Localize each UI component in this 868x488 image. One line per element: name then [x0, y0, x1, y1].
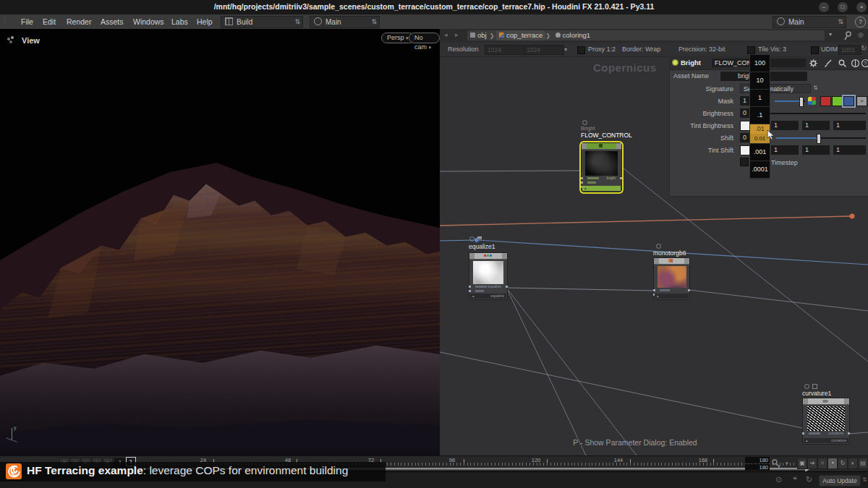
right-shelf-spinner-icon[interactable]: ⇅ — [838, 17, 843, 27]
help-icon[interactable]: ? — [855, 17, 866, 27]
ladder-10[interactable]: 10 — [750, 72, 770, 90]
no-plane-swatch[interactable]: × — [856, 96, 867, 106]
node-name-flow-control[interactable]: FLOW_CONTROL — [581, 132, 632, 139]
node-header[interactable] — [469, 253, 507, 260]
menu-help[interactable]: Help — [194, 14, 216, 29]
loop-toggle[interactable]: ↻ — [838, 458, 848, 469]
node-name-curvature1[interactable]: curvature1 — [802, 390, 831, 397]
help-icon[interactable]: ? — [861, 59, 868, 68]
flag-icon[interactable] — [582, 120, 587, 125]
brush-icon[interactable] — [823, 59, 833, 68]
tint-shift-g[interactable]: 1 — [802, 145, 830, 155]
pane-tab-label[interactable]: View — [22, 36, 40, 45]
settings-toggle[interactable]: ▤ — [858, 458, 868, 469]
close-button[interactable]: × — [856, 2, 867, 12]
flag-icon[interactable] — [656, 244, 661, 249]
minimize-button[interactable]: – — [819, 2, 829, 12]
realtime-toggle[interactable]: ◔ — [827, 458, 838, 469]
tint-brightness-g[interactable]: 1 — [802, 121, 830, 130]
range-slider-toggle[interactable]: ⌗ — [817, 458, 827, 469]
nav-back-icon[interactable]: ◂ — [444, 31, 448, 38]
node-name-monotorgb6[interactable]: monotorgb6 — [653, 249, 686, 257]
ladder-0-0001[interactable]: .0001 — [750, 161, 770, 179]
breadcrumb-cop-terrace[interactable]: cop_terrace — [496, 30, 545, 40]
proxy-checkbox[interactable] — [577, 46, 585, 54]
recook-icon[interactable]: ↻ — [806, 475, 812, 484]
nav-forward-icon[interactable]: ▸ — [455, 31, 459, 38]
desktop-selector[interactable]: Build ⇅ — [221, 16, 303, 28]
shift-field[interactable]: 0 — [740, 133, 750, 142]
mask-slider[interactable] — [775, 100, 805, 102]
menu-assets[interactable]: Assets — [98, 14, 127, 29]
brightness-slider[interactable] — [759, 113, 866, 114]
auto-update-selector[interactable]: Auto Update — [819, 475, 861, 487]
scene-viewport[interactable]: View Persp ▾ No cam ▾ y — [0, 29, 440, 455]
blue-plane-swatch[interactable] — [843, 96, 854, 106]
info-icon[interactable] — [851, 59, 860, 68]
shelf-selector[interactable]: Main ⇅ — [310, 16, 380, 28]
key-icon[interactable] — [771, 458, 781, 468]
tilevis-checkbox[interactable] — [747, 46, 755, 54]
breadcrumb-obj[interactable]: obj — [467, 30, 490, 40]
update-spinner-icon[interactable]: ⇅ — [862, 476, 867, 483]
path-dropdown-icon[interactable]: ▾ — [829, 31, 832, 38]
redo-icon[interactable]: ↻ — [861, 44, 867, 52]
ladder-1[interactable]: 1 — [750, 90, 770, 107]
menu-labs[interactable]: Labs — [169, 14, 191, 29]
menu-edit[interactable]: Edit — [40, 14, 59, 29]
resolution-x-field[interactable]: 1024 — [485, 45, 525, 55]
network-path[interactable]: obj ❯ cop_terrace ❯ coloring1 — [467, 30, 825, 40]
flag-icon[interactable] — [469, 236, 475, 241]
menu-file[interactable]: File — [18, 14, 36, 29]
menu-windows[interactable]: Windows — [130, 14, 167, 29]
menu-render[interactable]: Render — [64, 14, 94, 29]
plane-palette-icon[interactable] — [808, 97, 816, 105]
tint-shift-b[interactable]: 1 — [833, 145, 866, 155]
shelf-spinner-icon[interactable]: ⇅ — [371, 17, 377, 27]
tint-shift-r[interactable]: 1 — [771, 145, 799, 155]
ladder-100[interactable]: 100 — [750, 55, 770, 72]
global-anim-toggle[interactable]: ▣ — [797, 458, 807, 469]
right-shelf-selector[interactable]: Main ⇅ — [773, 16, 846, 28]
desktop-spinner-icon[interactable]: ⇅ — [294, 17, 300, 27]
brightness-field[interactable]: 0 — [740, 108, 750, 118]
network-status-icon[interactable]: ⊙ — [775, 475, 782, 484]
audio-toggle[interactable]: ◗ — [848, 458, 858, 469]
node-header[interactable] — [654, 258, 689, 265]
shift-slider[interactable] — [776, 137, 866, 139]
node-header[interactable] — [803, 398, 849, 405]
resolution-dropdown-icon[interactable]: ▾ — [564, 46, 567, 53]
value-ladder[interactable]: 100 10 1 .1 .01 0.01 .001 .0001 — [749, 54, 770, 179]
search-icon[interactable] — [838, 59, 847, 68]
breadcrumb-coloring1[interactable]: coloring1 — [553, 30, 594, 40]
end-frame-field[interactable]: 180 — [745, 457, 770, 463]
follow-playhead-toggle[interactable]: ➔ — [807, 458, 817, 469]
node-name-equalize1[interactable]: equalize1 — [469, 243, 495, 250]
camera-select-button[interactable]: No cam ▾ — [409, 33, 440, 43]
green-plane-swatch[interactable] — [832, 96, 843, 106]
range-end-field[interactable]: 180 — [745, 464, 770, 471]
udim-field[interactable]: 1001 — [838, 45, 861, 55]
pin-icon[interactable] — [843, 30, 852, 40]
mask-field[interactable]: 1 — [740, 96, 750, 106]
node-monotorgb6[interactable]: ▴ — [653, 257, 690, 300]
snapshot-icon[interactable]: ◎ — [858, 31, 864, 38]
maximize-button[interactable]: □ — [838, 2, 848, 12]
red-plane-swatch[interactable] — [820, 96, 831, 106]
message-log-icon[interactable]: ❝ — [793, 475, 797, 484]
tint-brightness-b[interactable]: 1 — [833, 121, 866, 130]
key-dropdown-icon[interactable]: ▾ — [786, 461, 788, 466]
ladder-0-1[interactable]: .1 — [750, 107, 770, 124]
flag-icon[interactable] — [804, 384, 809, 389]
resolution-y-field[interactable]: 1024 — [524, 45, 564, 55]
udim-checkbox[interactable] — [811, 46, 819, 54]
node-flow-control[interactable]: bright ▴ — [581, 142, 622, 192]
ladder-0-001[interactable]: .001 — [750, 144, 770, 161]
network-editor[interactable]: ◂ ▸ obj ❯ cop_terrace ❯ coloring1 ▾ ◎ — [440, 29, 868, 455]
tint-brightness-r[interactable]: 1 — [771, 121, 799, 130]
timestep-checkbox[interactable] — [740, 158, 749, 166]
node-equalize1[interactable]: equalize ▴equalize — [469, 252, 508, 300]
node-header[interactable] — [582, 143, 621, 150]
signature-spinner-icon[interactable]: ⇅ — [813, 85, 818, 91]
gear-icon[interactable] — [809, 59, 818, 68]
